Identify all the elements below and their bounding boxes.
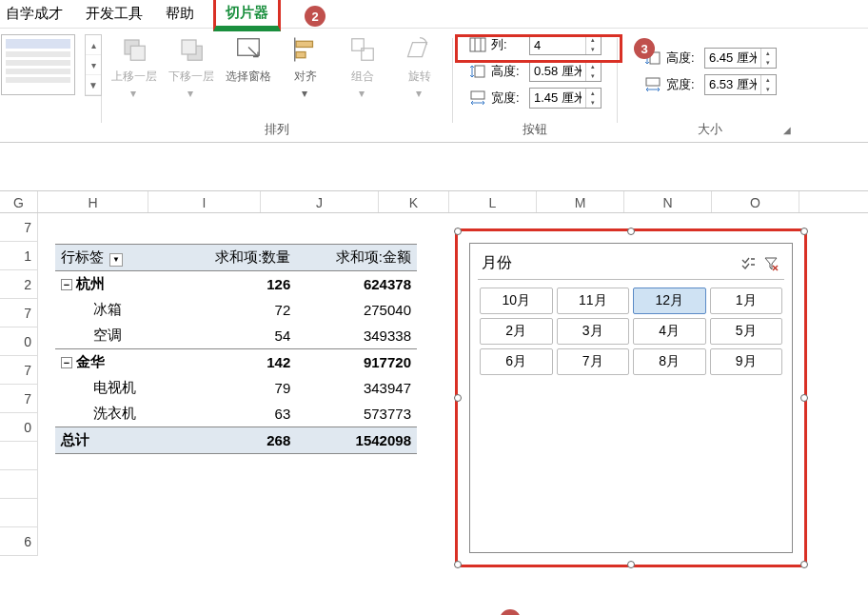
- send-backward-button[interactable]: 下移一层▾: [167, 34, 216, 94]
- resize-handle[interactable]: [627, 561, 635, 568]
- slicer[interactable]: 月份 10月11月12月1月2月3月4月5月6月7月8月9月: [469, 243, 793, 553]
- pivot-item-cell[interactable]: 电视机: [55, 375, 176, 401]
- svg-rect-3: [182, 40, 196, 54]
- row-header[interactable]: 7: [0, 299, 38, 327]
- pivot-table[interactable]: 行标签▼ 求和项:数量 求和项:金额 −杭州126624378 冰箱722750…: [55, 244, 417, 454]
- menu-item-2[interactable]: 帮助: [162, 1, 198, 27]
- slicer-item[interactable]: 5月: [710, 318, 783, 345]
- selection-pane-icon: [233, 34, 264, 65]
- svg-rect-1: [130, 46, 145, 60]
- row-header[interactable]: 7: [0, 356, 38, 385]
- collapse-icon[interactable]: −: [61, 279, 72, 290]
- group-label-arrange: 排列: [265, 119, 289, 140]
- row-header[interactable]: 7: [0, 213, 38, 242]
- worksheet[interactable]: G H I J K L M N O 7 1 2 7 0 7 7 0 6 行标签▼…: [0, 190, 868, 615]
- row-header[interactable]: [0, 442, 38, 470]
- button-height-field: 高度: ▴▾: [468, 61, 602, 82]
- slicer-style-preview[interactable]: [1, 34, 75, 95]
- selection-pane-button[interactable]: 选择窗格: [224, 34, 273, 85]
- slicer-item[interactable]: 9月: [710, 348, 783, 375]
- row-header[interactable]: 2: [0, 270, 38, 299]
- col-header[interactable]: J: [261, 191, 379, 212]
- dialog-launcher[interactable]: ◢: [783, 125, 797, 138]
- slicer-item[interactable]: 2月: [480, 318, 553, 345]
- group-button[interactable]: 组合▾: [338, 34, 387, 94]
- resize-handle[interactable]: [454, 228, 462, 235]
- resize-handle[interactable]: [800, 561, 808, 568]
- pivot-header-qty: 求和项:数量: [176, 245, 297, 271]
- resize-handle[interactable]: [800, 394, 808, 402]
- resize-handle[interactable]: [627, 228, 635, 235]
- bring-forward-button[interactable]: 上移一层▾: [109, 34, 159, 94]
- rotate-button[interactable]: 旋转▾: [395, 34, 444, 94]
- pivot-group-cell[interactable]: −杭州: [55, 271, 176, 298]
- pivot-item-cell[interactable]: 空调: [55, 323, 176, 349]
- row-header[interactable]: [0, 499, 38, 527]
- pivot-group-cell[interactable]: −金华: [55, 349, 176, 376]
- resize-handle[interactable]: [800, 228, 808, 235]
- menu-item-1[interactable]: 开发工具: [82, 1, 147, 27]
- more-icon[interactable]: ▼: [86, 75, 101, 95]
- columns-field: 列: ▴▾: [468, 34, 602, 55]
- col-header[interactable]: N: [624, 191, 712, 212]
- menu-item-0[interactable]: 自学成才: [2, 1, 67, 27]
- pivot-item-cell[interactable]: 冰箱: [55, 297, 176, 323]
- slicer-item[interactable]: 12月: [633, 288, 706, 314]
- slicer-item[interactable]: 3月: [557, 318, 630, 345]
- group-label-button: 按钮: [523, 119, 547, 140]
- svg-rect-15: [471, 91, 484, 99]
- resize-handle[interactable]: [454, 561, 462, 568]
- col-header[interactable]: H: [38, 191, 148, 212]
- row-header[interactable]: 1: [0, 242, 38, 270]
- row-header[interactable]: 7: [0, 385, 38, 413]
- pivot-item-cell[interactable]: 洗衣机: [55, 401, 176, 427]
- svg-rect-5: [296, 41, 313, 47]
- row-header[interactable]: 6: [0, 527, 38, 556]
- col-header[interactable]: K: [379, 191, 449, 212]
- slicer-item[interactable]: 1月: [710, 288, 783, 314]
- col-header[interactable]: G: [0, 191, 38, 212]
- slicer-item[interactable]: 10月: [480, 288, 553, 314]
- send-backward-icon: [176, 34, 207, 65]
- button-width-input[interactable]: ▴▾: [529, 88, 602, 109]
- col-header[interactable]: L: [449, 191, 537, 212]
- pivot-header-amt: 求和项:金额: [296, 245, 417, 271]
- resize-handle[interactable]: [454, 394, 462, 402]
- chevron-down-icon[interactable]: ▾: [86, 55, 101, 75]
- size-height-input[interactable]: ▴▾: [704, 48, 777, 69]
- slicer-items: 10月11月12月1月2月3月4月5月6月7月8月9月: [478, 280, 784, 383]
- menu-item-slicer[interactable]: 切片器: [213, 0, 281, 31]
- col-header[interactable]: M: [537, 191, 624, 212]
- align-icon: [290, 34, 321, 65]
- column-headers: G H I J K L M N O: [0, 190, 868, 213]
- collapse-icon[interactable]: −: [61, 357, 72, 368]
- columns-input[interactable]: ▴▾: [529, 34, 602, 55]
- svg-rect-13: [475, 66, 484, 77]
- multi-select-icon[interactable]: [739, 254, 758, 273]
- size-width-input[interactable]: ▴▾: [704, 74, 777, 95]
- clear-filter-icon[interactable]: [761, 254, 780, 273]
- row-header[interactable]: 0: [0, 413, 38, 442]
- pivot-header-rowlabels[interactable]: 行标签▼: [55, 245, 176, 271]
- slicer-item[interactable]: 8月: [633, 348, 706, 375]
- slicer-item[interactable]: 11月: [557, 288, 630, 314]
- col-header[interactable]: I: [148, 191, 261, 212]
- ribbon: ▴ ▾ ▼ 上移一层▾ 下移一层▾ 选择窗格 对齐▾: [0, 29, 868, 143]
- slicer-item[interactable]: 4月: [633, 318, 706, 345]
- col-header[interactable]: O: [712, 191, 799, 212]
- button-height-input[interactable]: ▴▾: [529, 61, 602, 82]
- width-icon: [643, 76, 662, 93]
- row-header[interactable]: 0: [0, 327, 38, 356]
- slicer-style-dropdown[interactable]: ▴ ▾ ▼: [85, 34, 102, 96]
- slicer-selection-highlight: 月份 10月11月12月1月2月3月4月5月6月7月8月9月: [455, 228, 807, 567]
- align-button[interactable]: 对齐▾: [281, 34, 330, 94]
- row-header[interactable]: [0, 470, 38, 499]
- slicer-item[interactable]: 6月: [480, 348, 553, 375]
- slicer-item[interactable]: 7月: [557, 348, 630, 375]
- filter-dropdown-icon[interactable]: ▼: [109, 253, 123, 267]
- columns-icon: [468, 36, 487, 53]
- chevron-up-icon[interactable]: ▴: [86, 35, 101, 55]
- pivot-total-label: 总计: [55, 427, 176, 454]
- button-width-field: 宽度: ▴▾: [468, 88, 602, 109]
- group-label-size: 大小: [698, 119, 722, 140]
